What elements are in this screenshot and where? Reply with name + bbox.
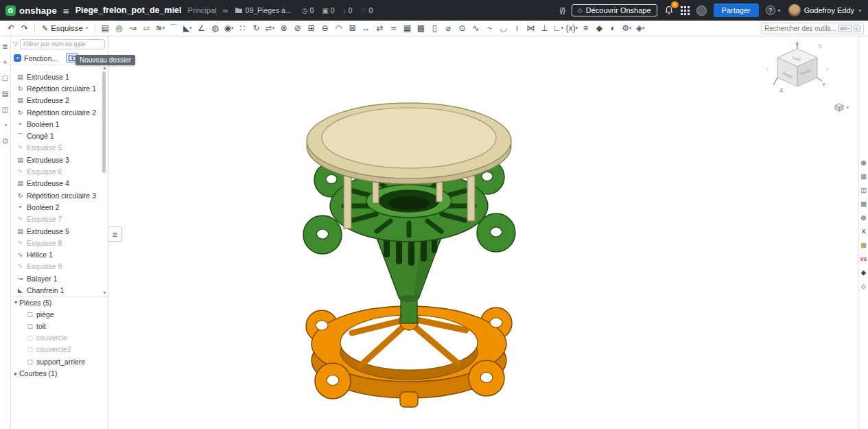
- helix-tool[interactable]: ∿ ▾: [469, 21, 482, 36]
- panel-toggle-icon[interactable]: ≣: [1, 42, 10, 50]
- boundary-surface-tool[interactable]: ▦ ▾: [400, 21, 414, 36]
- mirror-tool[interactable]: ⇌ ▾: [263, 21, 277, 36]
- fill-surface-tool[interactable]: ▩ ▾: [414, 21, 427, 36]
- variable-studio-tool[interactable]: ≡ ▾: [578, 21, 592, 36]
- share-button[interactable]: Partager: [714, 3, 759, 17]
- roll-arrow[interactable]: ↻: [818, 43, 823, 49]
- view-options-button[interactable]: ▾: [834, 103, 849, 112]
- user-menu[interactable]: Godefroy Eddy ▼: [788, 4, 863, 16]
- undo-button[interactable]: ↶: [4, 21, 18, 36]
- modify-fillet-tool[interactable]: ◠ ▾: [331, 21, 345, 36]
- app-icon-5[interactable]: ◍: [861, 215, 867, 221]
- model-lid-part[interactable]: [307, 103, 511, 184]
- app-icon-8[interactable]: vs: [860, 256, 867, 262]
- feature-item[interactable]: ✎ Esquisse 5: [11, 142, 108, 154]
- feature-item[interactable]: ↻ Répétition circulaire 3: [11, 189, 108, 201]
- measure-tool[interactable]: ∟ ▾: [551, 21, 565, 36]
- material-tool[interactable]: ◆ ▾: [592, 21, 606, 36]
- fillet-tool[interactable]: ⌒ ▾: [167, 21, 180, 36]
- feature-list-scrollbar[interactable]: [102, 71, 106, 173]
- sweep-tool[interactable]: ↝ ▾: [126, 21, 139, 36]
- scroll-up-arrow[interactable]: ▲: [102, 65, 107, 70]
- feature-item[interactable]: ▤ Extrudeuse 3: [11, 154, 108, 165]
- folder-breadcrumb[interactable]: 09_Pieges à...: [235, 6, 292, 14]
- copies-count[interactable]: ▣ 0: [322, 6, 334, 14]
- trim-curve-tool[interactable]: ⊥ ▾: [537, 21, 551, 36]
- imports-count[interactable]: ↓ 0: [343, 6, 353, 14]
- sketch-button[interactable]: ✎ Esquisse ▾: [38, 21, 92, 36]
- part-item[interactable]: ▢ toit: [11, 320, 108, 332]
- draft-tool[interactable]: ∠ ▾: [194, 21, 208, 36]
- delete-face-tool[interactable]: ⊠ ▾: [345, 21, 359, 36]
- composite-curve-tool[interactable]: ≀ ▾: [510, 21, 524, 36]
- feature-item[interactable]: ▤ Extrudeuse 2: [11, 95, 108, 106]
- history-icon[interactable]: ◔: [1, 121, 10, 129]
- shell-tool[interactable]: ◍ ▾: [208, 21, 222, 36]
- notifications-button[interactable]: 8: [664, 5, 674, 15]
- feature-item[interactable]: ⌒ Congé 1: [11, 130, 108, 141]
- custom-feature-tool[interactable]: ⚙ ▾: [620, 21, 633, 36]
- chamfer-tool[interactable]: ◣ ▾: [180, 21, 194, 36]
- help-button[interactable]: ? ▼: [766, 5, 782, 15]
- intersection-curve-tool[interactable]: ⋈ ▾: [524, 21, 537, 36]
- main-menu-icon[interactable]: ≡: [63, 5, 69, 16]
- part-item[interactable]: ▢ couvercle2: [11, 344, 108, 356]
- model-assembly[interactable]: [297, 98, 534, 428]
- replace-face-tool[interactable]: ⇄ ▾: [373, 21, 386, 36]
- part-item[interactable]: ▢ couvercle: [11, 332, 108, 344]
- likes-count[interactable]: ♡ 0: [360, 6, 373, 14]
- part-item[interactable]: ▢ piège: [11, 308, 108, 320]
- comments-icon[interactable]: ▢: [1, 73, 10, 82]
- extrude-tool[interactable]: ▤ ▾: [98, 21, 112, 36]
- features-tab[interactable]: Fonction...: [24, 54, 58, 62]
- app-icon-4[interactable]: ▤: [860, 201, 867, 207]
- app-icon-2[interactable]: ▥: [860, 174, 867, 180]
- point-tool[interactable]: ⊙ ▾: [455, 21, 469, 36]
- thicken-tool[interactable]: ≋ ▾: [153, 21, 167, 36]
- feature-item[interactable]: ✎ Esquisse 8: [11, 237, 108, 248]
- app-icon-7[interactable]: ▦: [860, 242, 867, 248]
- discover-onshape-button[interactable]: ◇ Découvrir Onshape: [572, 4, 657, 16]
- featurescript-icon[interactable]: {/}: [559, 6, 564, 14]
- branch-icon[interactable]: ◫: [1, 105, 10, 113]
- search-icon[interactable]: ⊙: [1, 137, 10, 145]
- boolean-tool[interactable]: ⊗ ▾: [277, 21, 290, 36]
- app-icon-9[interactable]: ◆: [861, 270, 866, 276]
- app-icon-3[interactable]: ◫: [860, 187, 867, 194]
- spline-tool[interactable]: ~ ▾: [482, 21, 496, 36]
- offset-surface-tool[interactable]: ≍ ▾: [386, 21, 400, 36]
- notes-icon[interactable]: ▤: [1, 89, 10, 97]
- views-count[interactable]: ◷ 0: [302, 6, 314, 14]
- transform-tool[interactable]: ⊞ ▾: [304, 21, 318, 36]
- move-face-tool[interactable]: ↔ ▾: [359, 21, 373, 36]
- feature-item[interactable]: ∿ Hélice 1: [11, 248, 108, 260]
- revolve-tool[interactable]: ◎ ▾: [112, 21, 126, 36]
- parts-section-header[interactable]: ▾ Pièces (5): [11, 297, 108, 308]
- learning-center-icon[interactable]: [696, 5, 707, 16]
- workspace-name[interactable]: Principal: [188, 6, 217, 14]
- split-tool[interactable]: ⊘ ▾: [290, 21, 304, 36]
- feature-item[interactable]: ◓ Booléen 2: [11, 201, 108, 213]
- feature-item[interactable]: ✎ Esquisse 9: [11, 261, 108, 273]
- feature-item[interactable]: ◓ Booléen 1: [11, 118, 108, 130]
- tool-search-input[interactable]: [764, 25, 836, 32]
- redo-button[interactable]: ↷: [18, 21, 32, 36]
- feature-item[interactable]: ▤ Extrudeuse 4: [11, 178, 108, 189]
- plane-tool[interactable]: ▯ ▾: [427, 21, 441, 36]
- axis-tool[interactable]: ⌀ ▾: [441, 21, 455, 36]
- feature-item[interactable]: ✎ Esquisse 7: [11, 213, 108, 225]
- user-app-icon[interactable]: ◉: [861, 160, 867, 166]
- filter-input[interactable]: [20, 39, 105, 49]
- curves-section-header[interactable]: ▸ Courbes (1): [11, 367, 108, 379]
- feature-item[interactable]: ↻ Répétition circulaire 2: [11, 106, 108, 118]
- hole-tool[interactable]: ◉ ▾: [222, 21, 235, 36]
- linear-pattern-tool[interactable]: ∷ ▾: [235, 21, 249, 36]
- insert-icon[interactable]: +: [1, 58, 10, 66]
- feature-item[interactable]: ↻ Répétition circulaire 1: [11, 82, 108, 94]
- feature-item[interactable]: ◣ Chanfrein 1: [11, 284, 108, 296]
- origin-point[interactable]: [412, 200, 415, 202]
- appearance-tool[interactable]: ◐ ▾: [606, 21, 620, 36]
- feature-item[interactable]: ↝ Balayer 1: [11, 273, 108, 284]
- link-icon[interactable]: ∞: [223, 6, 228, 14]
- rotate-left-arrow[interactable]: ‹: [766, 66, 769, 73]
